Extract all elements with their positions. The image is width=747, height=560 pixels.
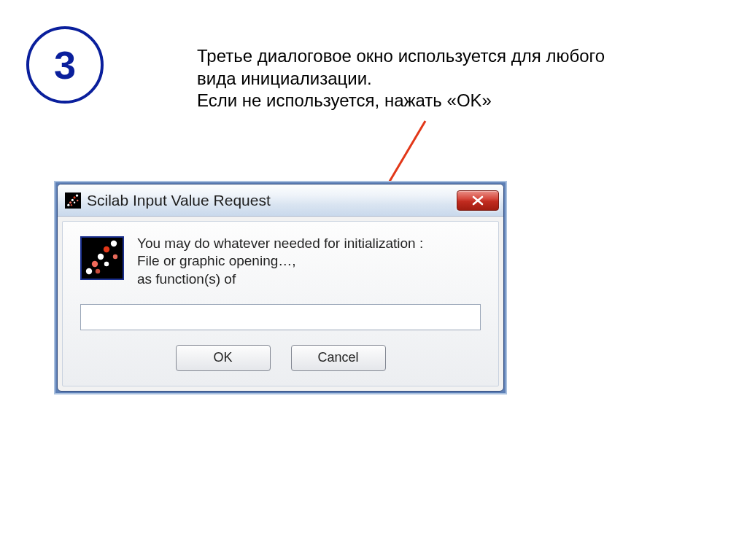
cancel-button-label: Cancel [317, 350, 358, 365]
description-line-2: Если не используется, нажать «OK» [197, 90, 492, 110]
message-line-3: as function(s) of [137, 271, 236, 287]
message-line-2: File or graphic opening…, [137, 253, 296, 268]
svg-point-2 [67, 203, 69, 206]
cancel-button[interactable]: Cancel [291, 345, 386, 371]
scilab-icon [80, 236, 124, 280]
svg-point-13 [92, 261, 98, 267]
svg-point-6 [76, 194, 78, 196]
svg-point-12 [86, 268, 92, 274]
svg-point-9 [77, 199, 78, 201]
app-icon [65, 192, 81, 209]
close-button[interactable] [457, 190, 499, 211]
svg-point-18 [104, 262, 109, 266]
svg-point-19 [113, 254, 117, 259]
svg-point-3 [69, 201, 71, 203]
svg-point-14 [98, 254, 104, 260]
svg-point-15 [104, 246, 109, 252]
dialog-message: You may do whatever needed for initializ… [137, 235, 423, 288]
svg-point-5 [73, 196, 75, 198]
ok-button[interactable]: OK [176, 345, 271, 371]
titlebar: Scilab Input Value Request [58, 184, 503, 217]
svg-point-8 [74, 201, 75, 203]
dialog-window: Scilab Input Value Request [55, 182, 506, 393]
svg-point-16 [111, 241, 117, 246]
step-description: Третье диалоговое окно используется для … [197, 45, 605, 112]
dialog-body: You may do whatever needed for initializ… [62, 221, 499, 386]
step-number-badge: 3 [26, 26, 104, 104]
initialization-input[interactable] [80, 304, 481, 330]
dialog-title: Scilab Input Value Request [87, 192, 457, 209]
svg-point-17 [96, 269, 100, 273]
svg-point-7 [71, 203, 72, 205]
svg-point-4 [71, 198, 74, 201]
message-line-1: You may do whatever needed for initializ… [137, 236, 423, 251]
step-number: 3 [54, 42, 76, 88]
close-icon [472, 195, 484, 206]
dialog-button-row: OK Cancel [80, 345, 481, 371]
ok-button-label: OK [213, 350, 232, 365]
description-line-1: Третье диалоговое окно используется для … [197, 46, 605, 88]
